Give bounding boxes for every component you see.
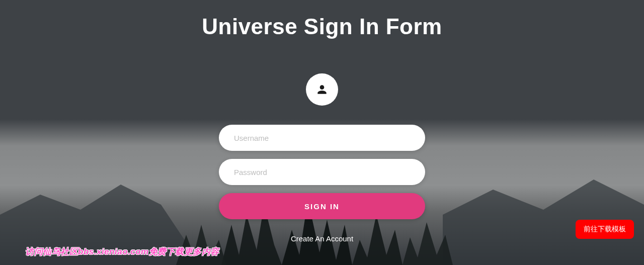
main-container: Universe Sign In Form SIGN IN Create An … xyxy=(0,0,644,265)
page-title: Universe Sign In Form xyxy=(202,14,442,39)
signin-form: SIGN IN xyxy=(219,125,425,219)
watermark-text: 访问仙鸟社区bbs.xieniao.com免费下载更多内容 xyxy=(25,246,219,257)
download-template-button[interactable]: 前往下载模板 xyxy=(576,220,634,239)
avatar-circle xyxy=(306,73,338,106)
password-input[interactable] xyxy=(219,159,425,185)
user-icon xyxy=(315,83,329,96)
create-account-link[interactable]: Create An Account xyxy=(291,234,353,243)
signin-button[interactable]: SIGN IN xyxy=(219,193,425,219)
username-input[interactable] xyxy=(219,125,425,151)
